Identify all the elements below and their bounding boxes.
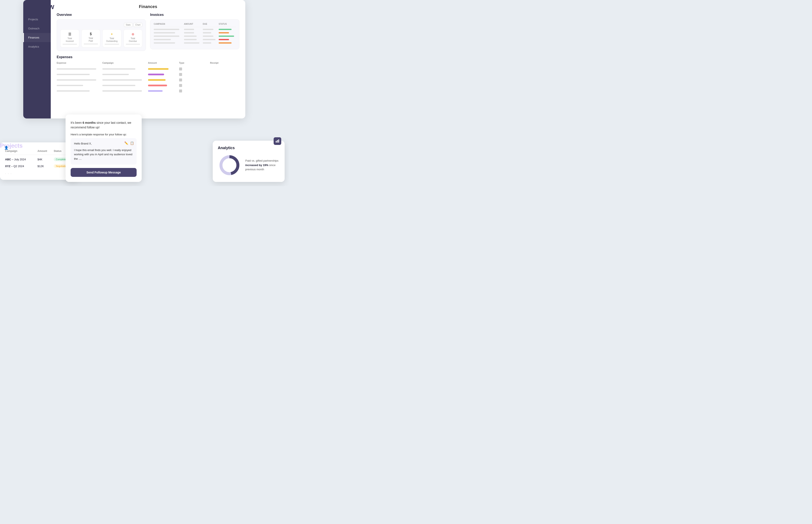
invoices-section: Invoices Campaign Amount Due Status <box>150 13 239 51</box>
total-outstanding-label: TotalOutstanding <box>105 37 119 43</box>
invoice-row <box>154 39 236 40</box>
total-overdue-bar <box>126 44 140 45</box>
overview-section: Overview Stats Chart ☰ TotalInvoiced <box>57 13 146 51</box>
edit-icon[interactable]: ✏️ <box>124 141 128 146</box>
inv-due-bar <box>203 32 211 33</box>
analytics-title: Analytics <box>218 146 280 150</box>
projects-bg-label: Projects <box>0 142 23 149</box>
bar-chart-icon <box>275 139 279 143</box>
top-row: Overview Stats Chart ☰ TotalInvoiced <box>57 13 239 51</box>
expenses-section: Expenses Expense Campaign Amount Type Re… <box>57 55 239 93</box>
sidebar-item-outreach[interactable]: Outreach <box>23 24 51 33</box>
exp-name-bar <box>57 85 83 86</box>
svg-rect-0 <box>276 141 276 143</box>
exp-campaign-bar <box>102 90 142 92</box>
total-overdue-label: TotalOverdue <box>126 37 140 43</box>
total-invoiced-bar <box>63 44 77 45</box>
main-window: Projects Outreach Finances Analytics W F… <box>23 0 245 118</box>
inv-amount-bar <box>184 39 197 40</box>
exp-type-square <box>179 89 182 93</box>
page-title: Finances <box>57 4 239 9</box>
inv-due-bar <box>203 29 214 30</box>
invoices-title: Invoices <box>150 13 239 17</box>
stats-toggle-btn[interactable]: Stats <box>124 23 133 27</box>
inv-amount-bar <box>184 29 194 30</box>
chart-toggle-btn[interactable]: Chart <box>133 23 142 27</box>
inv-campaign-bar <box>154 39 171 40</box>
exp-amount-bar <box>148 68 169 70</box>
exp-type-square <box>179 84 182 87</box>
expense-row <box>57 67 239 70</box>
total-outstanding-bar <box>105 44 119 45</box>
exp-amount-bar <box>148 73 164 75</box>
analytics-body: Paid vs. gifted partnerships increased b… <box>218 153 280 177</box>
inv-status-bar <box>219 42 232 44</box>
expense-row <box>57 73 239 76</box>
expense-row <box>57 89 239 93</box>
donut-chart <box>218 153 241 177</box>
followup-intro: It's been 6 months since your last conta… <box>71 120 137 130</box>
invoice-row <box>154 29 236 30</box>
invoices-table-header: Campaign Amount Due Status <box>154 23 236 27</box>
total-paid-bar <box>84 44 98 45</box>
send-followup-button[interactable]: Send Followup Message <box>71 168 137 177</box>
exp-amount-bar <box>148 90 163 92</box>
total-invoiced-label: TotalInvoiced <box>63 37 77 43</box>
project-row: ABC – July 2024 $4K Completed <box>5 158 73 161</box>
sidebar-item-analytics[interactable]: Analytics <box>23 42 51 51</box>
total-overdue-icon: ⊗ <box>126 32 140 36</box>
project-row: XYZ – Q2 2024 $12K Negotiating <box>5 164 73 168</box>
inv-due-bar <box>203 39 216 40</box>
svg-rect-2 <box>278 140 279 143</box>
expenses-title: Expenses <box>57 55 239 59</box>
exp-type-square <box>179 67 182 70</box>
template-actions: ✏️ 📋 <box>124 141 134 146</box>
exp-name-bar <box>57 74 90 75</box>
stat-card-total-outstanding: ✦ TotalOutstanding <box>102 29 121 47</box>
stat-card-total-overdue: ⊗ TotalOverdue <box>123 29 142 47</box>
analytics-highlight: increased by 19% <box>245 164 268 167</box>
exp-name-bar <box>57 68 96 70</box>
total-paid-label: TotalPaid <box>84 37 98 42</box>
inv-campaign-bar <box>154 32 175 33</box>
exp-amount-bar <box>148 85 167 86</box>
total-outstanding-icon: ✦ <box>105 32 119 36</box>
template-box: ✏️ 📋 Hello Brand X, I hope this email fi… <box>71 138 137 165</box>
exp-campaign-bar <box>102 79 142 81</box>
sidebar: Projects Outreach Finances Analytics <box>23 0 51 118</box>
exp-name-bar <box>57 79 96 81</box>
inv-campaign-bar <box>154 35 179 37</box>
main-content: Finances Overview Stats Chart ☰ TotalInv… <box>51 0 245 118</box>
expenses-table-header: Expense Campaign Amount Type Receipt <box>57 62 239 66</box>
stat-toggle: Stats Chart <box>60 23 142 27</box>
expense-row <box>57 84 239 87</box>
inv-status-bar <box>219 29 232 30</box>
inv-due-bar <box>203 42 211 44</box>
expense-row <box>57 79 239 81</box>
inv-due-bar <box>203 35 214 37</box>
inv-campaign-bar <box>154 42 175 44</box>
inv-campaign-bar <box>154 29 179 30</box>
app-logo: W <box>49 4 54 11</box>
inv-amount-bar <box>184 42 199 44</box>
followup-template-label: Here's a template response for your foll… <box>71 133 137 136</box>
exp-type-square <box>179 73 182 76</box>
proj-campaign-xyz: XYZ – Q2 2024 <box>5 165 37 168</box>
sidebar-item-projects[interactable]: Projects <box>23 15 51 24</box>
stat-card-total-invoiced: ☰ TotalInvoiced <box>60 29 79 47</box>
stat-cards-row: ☰ TotalInvoiced $ TotalPaid ✦ <box>60 29 142 47</box>
template-body: I hope this email finds you well. I real… <box>74 148 133 161</box>
copy-icon[interactable]: 📋 <box>130 141 134 146</box>
invoices-card: Campaign Amount Due Status <box>150 19 239 49</box>
person-icon: 👤 <box>4 146 9 150</box>
overview-title: Overview <box>57 13 146 17</box>
exp-campaign-bar <box>102 85 135 86</box>
proj-amount-xyz: $12K <box>37 165 54 168</box>
proj-campaign-abc: ABC – July 2024 <box>5 158 37 161</box>
sidebar-item-finances[interactable]: Finances <box>23 33 51 42</box>
exp-type-square <box>179 79 182 81</box>
analytics-icon-btn[interactable] <box>274 137 281 145</box>
inv-status-bar <box>219 39 229 40</box>
exp-amount-bar <box>148 79 166 81</box>
proj-more-dots: . . . <box>5 171 73 175</box>
